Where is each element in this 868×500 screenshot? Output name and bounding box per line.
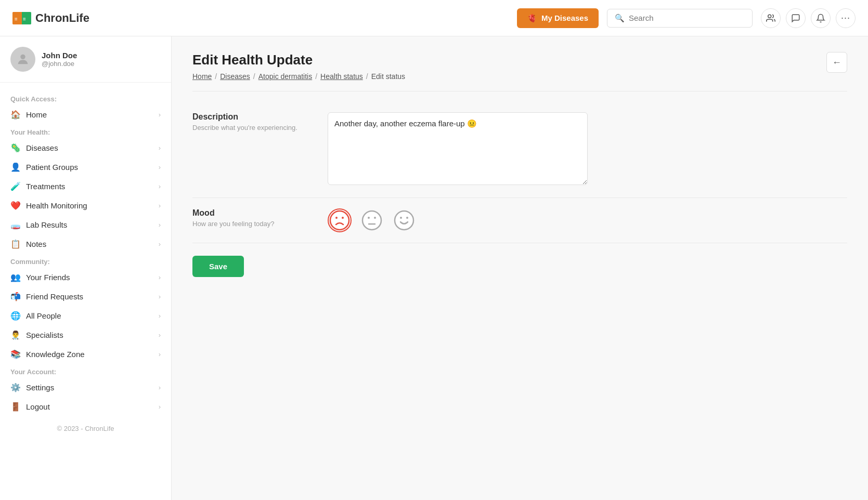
save-button[interactable]: Save bbox=[192, 256, 244, 277]
search-input[interactable] bbox=[629, 14, 745, 22]
mood-label: Mood bbox=[192, 208, 307, 218]
sidebar-item-diseases[interactable]: 🦠 Diseases › bbox=[0, 138, 171, 157]
sidebar-item-settings-label: Settings bbox=[26, 383, 54, 392]
description-textarea[interactable]: Another day, another eczema flare-up 😐 bbox=[328, 112, 588, 185]
sidebar-item-specialists-label: Specialists bbox=[26, 331, 63, 339]
sidebar-item-lab-results[interactable]: 🧫 Lab Results › bbox=[0, 215, 171, 234]
bell-icon-button[interactable] bbox=[811, 8, 831, 28]
breadcrumb: Home / Diseases / Atopic dermatitis / He… bbox=[192, 72, 405, 81]
my-diseases-button[interactable]: 🫀 My Diseases bbox=[517, 8, 599, 28]
layout: John Doe @john.doe Quick Access: 🏠 Home … bbox=[0, 36, 868, 500]
svg-text:≡: ≡ bbox=[23, 16, 26, 22]
mood-section: Mood How are you feeling today? bbox=[192, 198, 847, 243]
sidebar-item-patient-groups[interactable]: 👤 Patient Groups › bbox=[0, 157, 171, 177]
sidebar-item-home[interactable]: 🏠 Home › bbox=[0, 105, 171, 124]
svg-point-11 bbox=[374, 217, 376, 219]
svg-text:≡: ≡ bbox=[15, 16, 18, 22]
search-container: 🔍 bbox=[607, 9, 753, 28]
breadcrumb-home[interactable]: Home bbox=[192, 72, 212, 81]
patient-groups-icon: 👤 bbox=[10, 162, 21, 172]
sidebar-item-treatments[interactable]: 🧪 Treatments › bbox=[0, 177, 171, 196]
topnav: ≡ ≡ ChronLife 🫀 My Diseases 🔍 bbox=[0, 0, 868, 36]
all-people-icon: 🌐 bbox=[10, 311, 21, 321]
description-hint: Describe what you're experiencing. bbox=[192, 124, 307, 131]
logo-icon: ≡ ≡ bbox=[12, 12, 31, 24]
sidebar-user: John Doe @john.doe bbox=[0, 47, 171, 83]
breadcrumb-health-status[interactable]: Health status bbox=[320, 72, 363, 81]
chevron-right-icon: › bbox=[159, 240, 161, 248]
sidebar-item-logout[interactable]: 🚪 Logout › bbox=[0, 397, 171, 416]
sidebar-item-friend-requests-label: Friend Requests bbox=[26, 292, 83, 301]
description-control-col: Another day, another eczema flare-up 😐 bbox=[328, 112, 847, 187]
back-button[interactable]: ← bbox=[826, 52, 847, 73]
svg-point-4 bbox=[768, 15, 771, 18]
chevron-right-icon: › bbox=[159, 273, 161, 281]
svg-point-7 bbox=[335, 217, 338, 219]
svg-point-14 bbox=[400, 217, 402, 219]
svg-point-9 bbox=[362, 211, 381, 230]
sidebar-item-notes-label: Notes bbox=[26, 240, 46, 248]
mood-sad-button[interactable] bbox=[328, 208, 352, 232]
svg-point-15 bbox=[406, 217, 408, 219]
mood-label-col: Mood How are you feeling today? bbox=[192, 208, 307, 228]
sidebar-item-friend-requests[interactable]: 📬 Friend Requests › bbox=[0, 287, 171, 306]
treatments-icon: 🧪 bbox=[10, 181, 21, 191]
mood-options bbox=[328, 208, 847, 232]
breadcrumb-diseases[interactable]: Diseases bbox=[220, 72, 250, 81]
quick-access-label: Quick Access: bbox=[0, 91, 171, 105]
chevron-right-icon: › bbox=[159, 202, 161, 209]
page-header-left: Edit Health Update Home / Diseases / Ato… bbox=[192, 52, 405, 81]
mood-control-col bbox=[328, 208, 847, 232]
people-icon-button[interactable] bbox=[761, 8, 781, 28]
sidebar-item-all-people[interactable]: 🌐 All People › bbox=[0, 306, 171, 325]
chevron-right-icon: › bbox=[159, 403, 161, 411]
sidebar: John Doe @john.doe Quick Access: 🏠 Home … bbox=[0, 36, 172, 500]
sidebar-item-your-friends[interactable]: 👥 Your Friends › bbox=[0, 268, 171, 287]
page-title: Edit Health Update bbox=[192, 52, 405, 68]
breadcrumb-sep-1: / bbox=[215, 72, 217, 81]
sidebar-item-health-monitoring[interactable]: ❤️ Health Monitoring › bbox=[0, 196, 171, 215]
knowledge-zone-icon: 📚 bbox=[10, 349, 21, 359]
svg-point-5 bbox=[20, 55, 25, 59]
avatar bbox=[10, 47, 35, 72]
breadcrumb-sep-2: / bbox=[253, 72, 255, 81]
sidebar-item-notes[interactable]: 📋 Notes › bbox=[0, 234, 171, 254]
home-icon: 🏠 bbox=[10, 110, 21, 120]
svg-point-6 bbox=[330, 211, 349, 230]
notes-icon: 📋 bbox=[10, 239, 21, 249]
mood-hint: How are you feeling today? bbox=[192, 220, 307, 228]
breadcrumb-edit-status: Edit status bbox=[371, 72, 405, 81]
sidebar-item-health-monitoring-label: Health Monitoring bbox=[26, 201, 87, 210]
nav-icons: ··· bbox=[761, 8, 856, 28]
settings-icon: ⚙️ bbox=[10, 383, 21, 392]
chevron-right-icon: › bbox=[159, 163, 161, 171]
ellipsis-icon: ··· bbox=[841, 12, 850, 23]
chevron-right-icon: › bbox=[159, 350, 161, 358]
specialists-icon: 👨‍⚕️ bbox=[10, 330, 21, 340]
logo: ≡ ≡ ChronLife bbox=[12, 11, 89, 25]
logo-text: ChronLife bbox=[35, 11, 89, 25]
search-icon: 🔍 bbox=[615, 14, 625, 23]
svg-point-8 bbox=[342, 217, 344, 219]
community-label: Community: bbox=[0, 254, 171, 268]
sidebar-item-home-label: Home bbox=[26, 110, 47, 119]
sidebar-item-specialists[interactable]: 👨‍⚕️ Specialists › bbox=[0, 325, 171, 345]
chevron-right-icon: › bbox=[159, 293, 161, 300]
user-name: John Doe bbox=[42, 51, 77, 60]
breadcrumb-sep-3: / bbox=[315, 72, 317, 81]
sidebar-item-treatments-label: Treatments bbox=[26, 182, 65, 191]
description-section: Description Describe what you're experie… bbox=[192, 102, 847, 198]
mood-happy-button[interactable] bbox=[392, 208, 416, 232]
mood-neutral-button[interactable] bbox=[360, 208, 384, 232]
chevron-right-icon: › bbox=[159, 144, 161, 152]
your-account-label: Your Account: bbox=[0, 364, 171, 378]
health-monitoring-icon: ❤️ bbox=[10, 201, 21, 210]
sidebar-item-knowledge-zone[interactable]: 📚 Knowledge Zone › bbox=[0, 345, 171, 364]
friend-requests-icon: 📬 bbox=[10, 292, 21, 301]
logout-icon: 🚪 bbox=[10, 402, 21, 412]
more-icon-button[interactable]: ··· bbox=[836, 8, 856, 28]
breadcrumb-atopic-dermatitis[interactable]: Atopic dermatitis bbox=[258, 72, 312, 81]
sidebar-item-settings[interactable]: ⚙️ Settings › bbox=[0, 378, 171, 397]
sidebar-footer: © 2023 - ChronLife bbox=[0, 416, 171, 437]
chat-icon-button[interactable] bbox=[786, 8, 806, 28]
